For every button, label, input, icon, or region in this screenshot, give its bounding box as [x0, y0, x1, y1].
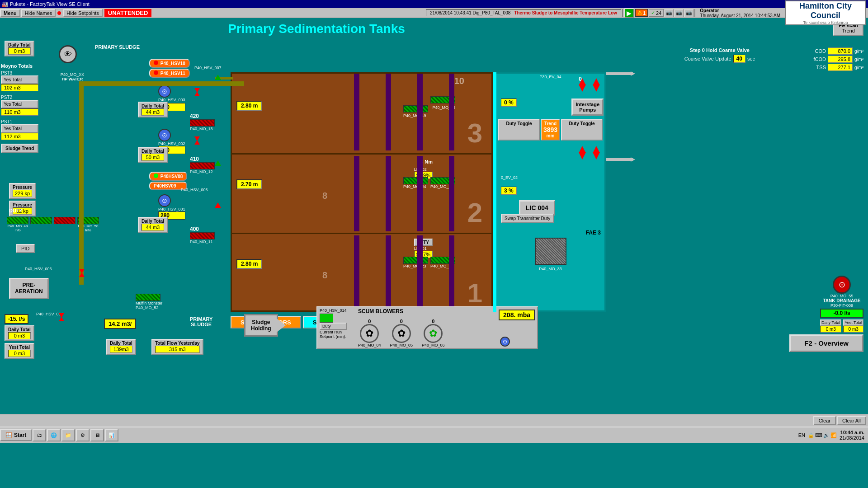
camera-btn1[interactable]: 📷	[665, 9, 674, 17]
ack-count: 24	[656, 10, 661, 16]
start-btn[interactable]: 🪟 Start	[0, 429, 32, 441]
tss-unit: g/m³	[854, 65, 863, 70]
camera-btn2[interactable]: 📷	[675, 9, 684, 17]
three-pct-display: 3 %	[501, 187, 517, 195]
tank1-level: 2.80 m	[236, 259, 262, 269]
lit001-label: LIT001	[414, 246, 433, 251]
tank2-motor1-label: P40_MO_24	[403, 184, 428, 189]
red-v3-bottom	[79, 272, 85, 277]
logo-content: Hamilton City Council Te kaunihera o Kir…	[786, 1, 865, 25]
taskbar-icon-1[interactable]: 🗂	[33, 429, 46, 441]
taskbar-time-section: 10:44 a.m. 21/08/2014	[840, 430, 864, 441]
tank-drainage-section: ⊙ P40_MO_55 TANK DRAINAGE P30-FIT-009 -0…	[820, 276, 863, 333]
scada-content: Primary Sedimentation Tanks PE scan Tren…	[0, 18, 868, 465]
motor-11-label: P40_MO_11	[190, 239, 215, 244]
f2-overview-btn[interactable]: F2 - Overview	[789, 334, 863, 352]
muffin-monster-section: Muffin Monster P40_MO_52	[136, 294, 162, 310]
valve-btri-1b	[579, 152, 586, 160]
sys-icon-2: ⌨	[815, 432, 822, 438]
interstage-arrow	[631, 71, 635, 76]
hsv014-valve	[320, 314, 333, 323]
fan-2: 0 ✿ P40_MO_05	[390, 319, 413, 347]
hsv10-indicator	[154, 61, 158, 65]
trend-btn[interactable]: Trend 3893 mm	[541, 119, 560, 141]
hsv11-btn[interactable]: P40_HSV11	[149, 69, 190, 78]
sys-icon-4: 📶	[830, 432, 837, 438]
taskbar-icon-2[interactable]: 🌐	[47, 429, 61, 441]
muffin-motor	[136, 294, 160, 301]
fae3-label: FAE 3	[496, 230, 604, 236]
red-valve-tri-2	[194, 136, 200, 145]
hsv08-btn[interactable]: P40HSV08	[149, 172, 187, 181]
hide-names-btn[interactable]: Hide Names	[21, 9, 56, 17]
fcod-unit: g/m³	[854, 57, 863, 62]
hsv09-label: P40HSV09	[154, 183, 176, 188]
sludge-holding-box: SludgeHolding	[244, 314, 278, 337]
pump-300-icon: ⊙	[158, 85, 171, 98]
datetime-display: Thursday, August 21, 2014 10:44:53 AM	[700, 13, 780, 18]
motor-striped-2-display	[30, 217, 52, 224]
sludge-trend-btn[interactable]: Sludge Trend	[1, 144, 38, 153]
scraper-2-3	[417, 156, 423, 231]
camera-btn3[interactable]: 📷	[684, 9, 693, 17]
hsv10-btn[interactable]: P40_HSV10	[149, 59, 190, 68]
hsv11-indicator	[154, 70, 158, 75]
menu-btn[interactable]: Menu	[0, 9, 20, 17]
alarm-datetime: 21/08/2014 10:43:41 Dig_P80_TAL_008	[430, 10, 510, 15]
taskbar-icon-4[interactable]: ⚙	[76, 429, 90, 441]
clear-all-btn[interactable]: Clear All	[837, 416, 866, 425]
sludge-arrow	[277, 319, 286, 332]
total-flow-yesterday-box: Total Flow Yesterday 315 m3	[151, 339, 203, 355]
red-valve-tri-3	[79, 269, 85, 277]
unattended-badge: UNATTENDED	[104, 9, 152, 17]
bottom-clear-bar: Clear Clear All	[0, 414, 868, 427]
red-v2-bottom	[194, 140, 200, 145]
sludge-holding-section: SludgeHolding	[244, 314, 278, 337]
taskbar-icons-system: 🔒 ⌨ 🔊 📶	[808, 432, 837, 438]
daily-50-box: Daily Total 50 m3	[138, 147, 168, 163]
daily-total-box: Daily Total 0 m3	[5, 41, 34, 56]
duty-hsv014-btn[interactable]: Duty	[320, 323, 347, 330]
logo-name: Hamilton City Council	[786, 1, 865, 20]
taskbar-icon-5[interactable]: 🖥	[90, 429, 104, 441]
drainage-daily-section: Daily Total 0 m3	[820, 319, 841, 333]
motor-12-label: P40_MO_12	[190, 169, 215, 174]
tank1-motor2-section: P40_MO_23	[403, 257, 428, 268]
motor-400	[190, 232, 215, 239]
pst1-yes-label: Yes Total	[1, 124, 38, 133]
clear-btn[interactable]: Clear	[813, 416, 836, 425]
duty-toggle-btn-1[interactable]: Duty Toggle	[498, 119, 540, 141]
scraper-1-4	[449, 235, 454, 312]
scum-blowers-label: SCUM BLOWERS	[358, 308, 403, 314]
pid-btn[interactable]: PID	[16, 244, 35, 253]
taskbar-right: EN 🔒 ⌨ 🔊 📶 10:44 a.m. 21/08/2014	[798, 430, 868, 441]
lic004-box: LIC 004	[519, 200, 555, 216]
play-btn[interactable]: ▶	[624, 8, 634, 18]
moyno-totals-section: Moyno Totals PST3 Yes Total 102 m3 PST2 …	[1, 63, 38, 153]
muffin-motor-label: P40_MO_52	[136, 305, 162, 310]
taskbar-icon-3[interactable]: 📁	[61, 429, 75, 441]
hide-setpoints-btn[interactable]: Hide Setpoints	[63, 9, 103, 17]
fcod-row: fCOD 295.8 g/m³	[808, 56, 863, 63]
zero-pct-display: 0 %	[501, 99, 517, 107]
tank-drainage-totals: Daily Total 0 m3 Yest Total 0 m3	[820, 319, 863, 333]
interstage-pipe-2	[606, 158, 633, 161]
cyan-pipe-right	[493, 72, 496, 312]
hp-water-section: 👁 P40_MO_XX HP WATER	[59, 45, 86, 81]
hsv005-section: P40_HSV_005	[181, 188, 208, 192]
scum-blowers-section: P40_HSV_014 Duty SCUM BLOWERS 208. mba 0…	[316, 306, 538, 349]
drainage-yest-value: 0 m3	[843, 326, 863, 333]
motor-49-info: Info	[14, 228, 20, 232]
trend-unit: mm	[543, 133, 557, 138]
pre-aeration-box: PRE-AERATION	[9, 278, 49, 299]
cod-value: 870.0	[828, 47, 853, 55]
operator-label: Operator	[700, 8, 780, 13]
fae3-thumbnail	[535, 238, 566, 265]
red-v4-bottom	[59, 317, 64, 321]
duty-toggle-btn-2[interactable]: Duty Toggle	[561, 119, 603, 141]
taskbar-icon-6[interactable]: 📊	[105, 429, 118, 441]
hp-water-icon: 👁	[59, 45, 77, 63]
tank-3-number: 3	[467, 117, 482, 149]
swap-transmitter-btn[interactable]: Swap Transmitter Duty	[501, 214, 554, 223]
dt44b-label: Daily Total	[142, 219, 164, 224]
